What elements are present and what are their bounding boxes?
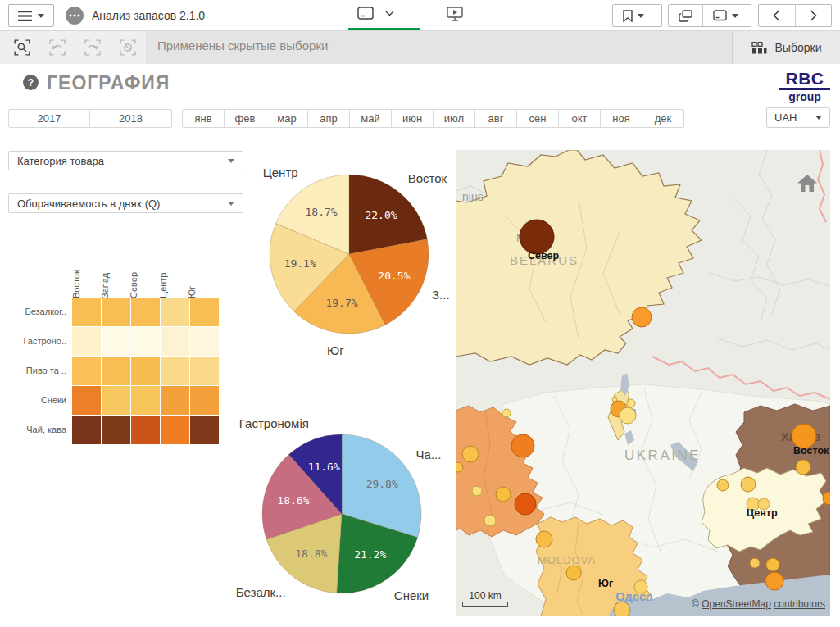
- chevron-down-icon: [732, 14, 738, 18]
- heatmap-cell[interactable]: [190, 416, 219, 444]
- heatmap-cell[interactable]: [102, 386, 130, 415]
- previous-sheet-button[interactable]: [759, 5, 795, 26]
- heatmap-cell[interactable]: [190, 327, 219, 356]
- month-cell-окт[interactable]: окт: [559, 110, 601, 127]
- heatmap-cell[interactable]: [131, 357, 160, 385]
- currency-dropdown[interactable]: UAH: [766, 107, 830, 128]
- map-bubble[interactable]: [456, 462, 463, 472]
- heatmap-cell[interactable]: [161, 357, 189, 385]
- heatmap-cell[interactable]: [131, 386, 160, 415]
- heatmap-cell[interactable]: [190, 386, 219, 415]
- map-canvas[interactable]: МинскКиївХарківniusBELARUSСеверUKRAINEMO…: [456, 150, 830, 616]
- smart-search-button[interactable]: [7, 35, 38, 60]
- geo-map[interactable]: МинскКиївХарківniusBELARUSСеверUKRAINEMO…: [456, 150, 830, 616]
- map-bubble[interactable]: [536, 531, 552, 547]
- year-cell-2018[interactable]: 2018: [90, 110, 171, 127]
- heatmap-cell[interactable]: [190, 298, 219, 326]
- heatmap-cell[interactable]: [72, 357, 101, 385]
- map-bubble[interactable]: [796, 460, 810, 475]
- map-bubble[interactable]: [520, 220, 554, 254]
- page-title: ГЕОГРАФИЯ: [47, 72, 170, 94]
- heatmap-cell[interactable]: [131, 416, 160, 444]
- map-bubble[interactable]: [502, 409, 511, 417]
- map-bubble[interactable]: [750, 558, 760, 568]
- category-filter-dropdown[interactable]: Категория товара: [8, 151, 243, 170]
- step-forward-button[interactable]: [77, 35, 108, 60]
- heatmap-cell[interactable]: [72, 416, 101, 444]
- global-menu-button[interactable]: [8, 4, 54, 27]
- selections-tool-button[interactable]: Выборки: [732, 31, 840, 64]
- heatmap-cell[interactable]: [72, 327, 101, 356]
- month-cell-май[interactable]: май: [350, 110, 392, 127]
- month-cell-авг[interactable]: авг: [475, 110, 517, 127]
- heatmap-column-header[interactable]: Центр: [159, 257, 188, 297]
- map-bubble[interactable]: [462, 446, 479, 462]
- step-back-button[interactable]: [42, 35, 73, 60]
- clear-selections-button[interactable]: [112, 35, 143, 60]
- heatmap-cell[interactable]: [102, 357, 130, 385]
- map-bubble[interactable]: [717, 479, 729, 491]
- heatmap-column-label: Запад: [100, 273, 110, 298]
- chevron-down-icon: [638, 14, 644, 18]
- pie-slice-label: Гастрономія: [239, 416, 309, 430]
- attribution-osm-link[interactable]: OpenStreetMap: [702, 598, 771, 610]
- presentation-mode-button[interactable]: [447, 7, 463, 21]
- heatmap-cell[interactable]: [72, 298, 101, 326]
- year-cell-2017[interactable]: 2017: [9, 110, 90, 127]
- heatmap-cell[interactable]: [102, 416, 130, 444]
- month-cell-фев[interactable]: фев: [225, 110, 266, 127]
- map-bubble[interactable]: [511, 434, 534, 457]
- map-bubble[interactable]: [496, 487, 511, 502]
- heatmap-column-header[interactable]: Запад: [101, 257, 129, 297]
- heatmap-row-label[interactable]: Пиво та ..: [8, 357, 72, 385]
- heatmap-cell[interactable]: [161, 327, 189, 356]
- heatmap-cell[interactable]: [161, 298, 189, 326]
- month-cell-мар[interactable]: мар: [266, 110, 308, 127]
- heatmap-row-label[interactable]: Снеки: [8, 386, 72, 415]
- month-cell-июл[interactable]: июл: [434, 110, 475, 127]
- map-bubble[interactable]: [614, 602, 630, 616]
- month-cell-апр[interactable]: апр: [308, 110, 350, 127]
- category-filter-label: Категория товара: [17, 155, 104, 167]
- heatmap-cell[interactable]: [102, 298, 130, 326]
- heatmap-cell[interactable]: [190, 357, 219, 385]
- heatmap-column-header[interactable]: Север: [130, 257, 159, 297]
- heatmap-cell[interactable]: [131, 327, 160, 356]
- heatmap-cell[interactable]: [161, 416, 189, 444]
- turnover-filter-dropdown[interactable]: Оборачиваемость в днях (Q): [8, 193, 243, 213]
- heatmap-cell[interactable]: [102, 327, 130, 356]
- map-bubble[interactable]: [741, 477, 756, 492]
- month-cell-июн[interactable]: июн: [392, 110, 434, 127]
- help-icon[interactable]: ?: [23, 75, 39, 90]
- map-bubble[interactable]: [515, 493, 536, 515]
- month-cell-янв[interactable]: янв: [183, 110, 225, 127]
- bookmarks-button[interactable]: [613, 5, 654, 26]
- heatmap-cell[interactable]: [131, 298, 160, 326]
- heatmap-cell[interactable]: [72, 386, 101, 415]
- next-sheet-button[interactable]: [795, 5, 832, 26]
- month-cell-сен[interactable]: сен: [517, 110, 559, 127]
- map-bubble[interactable]: [484, 515, 496, 526]
- heatmap-row-label[interactable]: Чай, кава: [8, 416, 72, 444]
- sheet-options-button[interactable]: [702, 5, 748, 26]
- duplicate-sheet-button[interactable]: [669, 5, 702, 26]
- map-home-button[interactable]: [796, 171, 819, 194]
- heatmap-column-header[interactable]: Восток: [72, 257, 101, 297]
- map-bubble[interactable]: [627, 399, 635, 407]
- attribution-contributors-link[interactable]: contributors: [774, 598, 825, 610]
- heatmap-column-header[interactable]: Юг: [188, 257, 217, 297]
- map-bubble[interactable]: [766, 558, 779, 571]
- heatmap-row-label[interactable]: Гастроно..: [8, 327, 72, 356]
- map-bubble[interactable]: [620, 407, 636, 424]
- map-bubble[interactable]: [566, 566, 581, 580]
- heatmap-row: Пиво та ..: [8, 357, 220, 385]
- map-bubble[interactable]: [632, 307, 652, 327]
- app-icon[interactable]: [66, 7, 84, 25]
- month-cell-дек[interactable]: дек: [642, 110, 683, 127]
- heatmap-cell[interactable]: [161, 386, 189, 415]
- sheet-navigation-button[interactable]: [357, 7, 394, 20]
- heatmap-row-label[interactable]: Безалког..: [8, 298, 72, 326]
- map-bubble[interactable]: [765, 572, 783, 590]
- map-bubble[interactable]: [472, 486, 482, 496]
- month-cell-ноя[interactable]: ноя: [601, 110, 642, 127]
